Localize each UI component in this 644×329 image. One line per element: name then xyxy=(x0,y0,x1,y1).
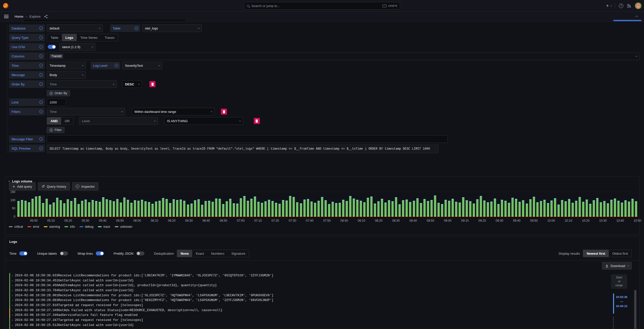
info-icon[interactable]: i xyxy=(39,101,43,104)
expand-row-icon[interactable]: › xyxy=(12,323,13,327)
add-order-by-button[interactable]: Order By xyxy=(47,90,70,96)
order-by-field-select[interactable]: Time xyxy=(47,80,117,88)
message-filter-input[interactable] xyxy=(47,135,448,143)
time-column-select[interactable]: Timestamp xyxy=(47,62,86,69)
info-icon[interactable]: i xyxy=(39,137,43,141)
dedup-option-signature[interactable]: Signature xyxy=(228,250,249,257)
menu-icon[interactable] xyxy=(4,15,9,18)
table-select[interactable]: otel_logs xyxy=(142,24,202,32)
use-otel-toggle[interactable] xyxy=(48,45,56,49)
connector-or[interactable]: OR xyxy=(61,117,73,124)
search-input[interactable]: Search or jump to... cmd+k xyxy=(244,2,400,10)
legend-item-unknown[interactable]: unknown xyxy=(115,225,132,228)
range-indicator-bar[interactable] xyxy=(613,293,614,314)
unique-labels-toggle[interactable] xyxy=(60,251,68,255)
filter-field-select[interactable]: Time xyxy=(47,108,125,115)
time-toggle[interactable] xyxy=(19,251,27,255)
add-filter-button[interactable]: Filter xyxy=(47,127,64,133)
filter2-field-select[interactable]: Level xyxy=(79,117,158,125)
news-rss-button[interactable] xyxy=(627,4,631,8)
info-icon[interactable]: i xyxy=(39,73,43,77)
collapse-section-icon[interactable] xyxy=(8,180,10,182)
add-menu-button[interactable]: + xyxy=(606,4,612,8)
legend-item-critical[interactable]: critical xyxy=(9,225,23,228)
columns-multiselect[interactable]: TraceId xyxy=(47,52,639,60)
limit-input[interactable]: 1000 xyxy=(47,98,66,106)
wrap-lines-toggle[interactable] xyxy=(96,251,104,255)
order-by-direction-select[interactable]: DESC xyxy=(122,80,142,88)
help-button[interactable]: ? xyxy=(619,4,623,8)
log-row[interactable]: ›2024-02-06 10:50:28.901 Receive ListRec… xyxy=(9,293,613,298)
legend-item-debug[interactable]: debug xyxy=(79,225,93,228)
log-row[interactable]: ›2024-02-06 10:50:25.513 GetCartAsync ca… xyxy=(9,323,613,328)
collapse-panel-button[interactable] xyxy=(636,16,640,17)
remove-order-by-button[interactable] xyxy=(149,81,155,87)
log-row[interactable]: ›2024-02-06 10:50:27.349 GetAds Failed w… xyxy=(9,308,613,313)
expand-row-icon[interactable]: › xyxy=(12,274,13,277)
dedup-option-none[interactable]: None xyxy=(177,250,192,257)
info-icon[interactable]: i xyxy=(115,64,118,67)
log-row[interactable]: ›2024-02-06 10:50:33.784 GetCartAsync ca… xyxy=(9,288,613,293)
log-row[interactable]: ›2024-02-06 10:50:27.347 Targeted ad req… xyxy=(9,318,613,323)
query-type-tab-logs[interactable]: Logs xyxy=(62,34,77,41)
dedup-option-exact[interactable]: Exact xyxy=(192,250,208,257)
info-icon[interactable]: i xyxy=(39,54,43,58)
grafana-logo-icon[interactable] xyxy=(3,3,8,8)
download-button[interactable]: Download xyxy=(602,262,632,270)
user-avatar[interactable] xyxy=(635,3,641,9)
remove-filter2-button[interactable] xyxy=(254,118,260,124)
log-timestamp: 2024-02-06 10:50:28.901 xyxy=(15,294,58,297)
expand-row-icon[interactable]: › xyxy=(12,299,13,302)
expand-row-icon[interactable]: › xyxy=(12,318,13,322)
info-icon[interactable]: i xyxy=(39,26,43,30)
logs-scrollbar[interactable] xyxy=(634,290,636,329)
expand-row-icon[interactable]: › xyxy=(12,289,13,292)
database-select[interactable]: default xyxy=(47,24,103,32)
info-icon[interactable]: i xyxy=(39,36,43,39)
log-level-select[interactable]: SeverityText xyxy=(122,62,162,69)
expand-row-icon[interactable]: › xyxy=(12,313,13,317)
message-column-select[interactable]: Body xyxy=(47,71,86,79)
log-row[interactable]: ›2024-02-06 10:50:36.033 Receive ListRec… xyxy=(9,273,613,278)
expand-row-icon[interactable]: › xyxy=(12,304,13,307)
query-drag-handle[interactable] xyxy=(6,25,8,154)
filter2-operator-select[interactable]: IS ANYTHING xyxy=(164,117,243,125)
column-chip[interactable]: TraceId xyxy=(50,54,63,58)
query-type-tab-traces[interactable]: Traces xyxy=(101,34,118,41)
log-row[interactable]: ›2024-02-06 10:50:34.451 GetCartAsync ca… xyxy=(9,278,613,283)
info-icon[interactable]: i xyxy=(39,110,43,113)
share-icon[interactable] xyxy=(44,15,48,18)
expand-row-icon[interactable]: › xyxy=(12,309,13,312)
log-row[interactable]: ›2024-02-06 10:50:34.450 AddItemAsync ca… xyxy=(9,283,613,288)
legend-item-error[interactable]: error xyxy=(27,225,39,228)
legend-item-info[interactable]: info xyxy=(64,225,75,228)
logs-volume-chart[interactable]: 050100150 xyxy=(17,192,638,217)
log-row[interactable]: ›2024-02-06 10:50:27.349 adServiceFailur… xyxy=(9,313,613,318)
expand-row-icon[interactable]: › xyxy=(12,284,13,287)
query-type-tab-time-series[interactable]: Time Series xyxy=(77,34,101,41)
run-query-button-partial[interactable] xyxy=(613,20,641,21)
remove-filter-button[interactable] xyxy=(221,109,227,115)
display-option-newest-first[interactable]: Newest first xyxy=(583,250,609,257)
breadcrumb-home[interactable]: Home xyxy=(15,15,23,18)
log-row[interactable]: ›2024-02-06 10:50:27.810 Targeted ad req… xyxy=(9,303,613,308)
expand-row-icon[interactable]: › xyxy=(12,279,13,282)
legend-item-trace[interactable]: trace xyxy=(98,225,110,228)
log-row[interactable] xyxy=(9,328,613,329)
info-icon[interactable]: i xyxy=(39,147,43,150)
log-row[interactable]: ›2024-02-06 10:50:28.883 Receive ListRec… xyxy=(9,298,613,303)
dedup-option-numbers[interactable]: Numbers xyxy=(208,250,228,257)
info-icon[interactable]: i xyxy=(39,45,43,49)
info-icon[interactable]: i xyxy=(135,26,138,30)
legend-item-warning[interactable]: warning xyxy=(44,225,60,228)
query-type-tab-table[interactable]: Table xyxy=(47,34,62,41)
info-icon[interactable]: i xyxy=(39,82,43,86)
info-icon[interactable]: i xyxy=(39,64,43,67)
connector-and[interactable]: AND xyxy=(47,117,61,124)
logs-volume-title[interactable]: Logs volume xyxy=(12,179,32,183)
prettify-json-toggle[interactable] xyxy=(136,251,144,255)
filter-value-select[interactable]: Within dashboard time range xyxy=(132,108,215,115)
otel-version-select[interactable]: latest (1.2.9) xyxy=(59,43,95,51)
display-option-oldest-first[interactable]: Oldest first xyxy=(609,250,631,257)
expand-row-icon[interactable]: › xyxy=(12,294,13,297)
